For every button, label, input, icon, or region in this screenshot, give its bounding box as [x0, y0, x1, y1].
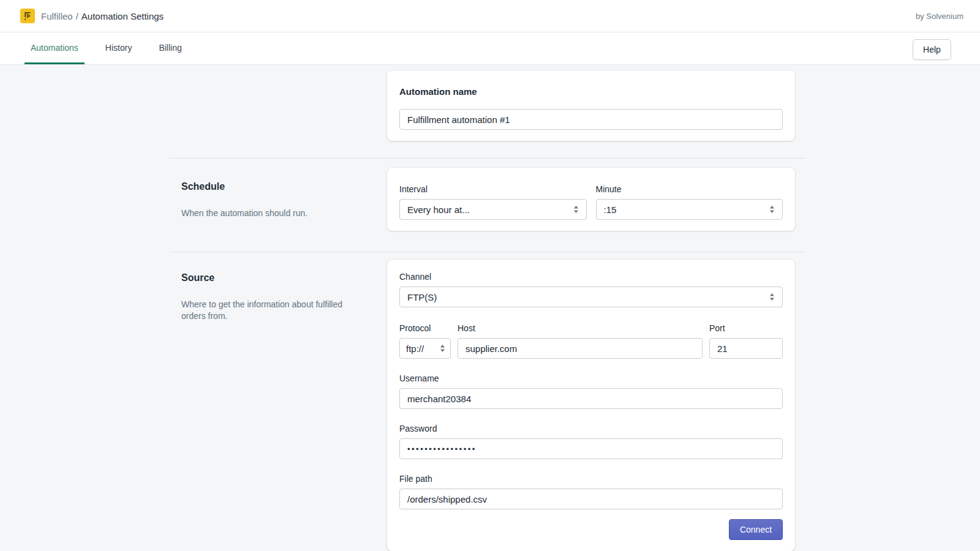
host-input[interactable]: [458, 338, 703, 359]
username-input[interactable]: [399, 388, 783, 409]
vendor-byline: by Solvenium: [916, 12, 963, 21]
protocol-host-port-row: Protocol ftp:// Host Port: [399, 323, 783, 359]
select-stepper-icon: [440, 344, 445, 353]
tab-automations[interactable]: Automations: [24, 32, 85, 64]
minute-select[interactable]: :15: [596, 199, 783, 220]
filepath-label: File path: [399, 474, 783, 484]
protocol-field: Protocol ftp://: [399, 323, 451, 359]
username-field: Username: [399, 373, 783, 409]
tab-history[interactable]: History: [99, 32, 138, 64]
port-input[interactable]: [709, 338, 783, 359]
select-stepper-icon: [573, 205, 579, 214]
automation-settings-page: Fulfilleo / Automation Settings by Solve…: [0, 0, 980, 551]
channel-select[interactable]: FTP(S): [399, 287, 783, 307]
tab-bar: Automations History Billing Help: [0, 32, 980, 65]
section-divider: [170, 158, 805, 159]
schedule-title: Schedule: [181, 181, 365, 192]
automation-name-input[interactable]: [399, 109, 783, 130]
automation-name-card: Automation name: [387, 70, 795, 141]
minute-field: Minute :15: [596, 184, 783, 220]
section-divider: [170, 252, 805, 252]
select-stepper-icon: [769, 293, 775, 301]
host-field: Host: [458, 323, 703, 359]
filepath-input[interactable]: [399, 489, 783, 509]
schedule-section-header: Schedule When the automation should run.: [181, 181, 365, 219]
source-card: Channel FTP(S) Protocol ftp:// Host: [387, 260, 795, 551]
interval-select[interactable]: Every hour at...: [399, 199, 587, 220]
breadcrumb-app-name[interactable]: Fulfilleo: [41, 11, 73, 21]
flag-play-icon: [22, 10, 33, 21]
filepath-field: File path: [399, 474, 783, 509]
source-actions: Connect: [399, 519, 783, 550]
channel-field: Channel FTP(S): [399, 272, 783, 307]
minute-label: Minute: [596, 184, 783, 194]
source-description: Where to get the information about fulfi…: [181, 299, 365, 322]
host-label: Host: [458, 323, 703, 333]
minute-select-value: :15: [604, 204, 617, 215]
interval-label: Interval: [399, 184, 587, 194]
fulfilleo-logo-icon: [20, 9, 35, 23]
automation-name-heading: Automation name: [399, 86, 783, 97]
protocol-label: Protocol: [399, 323, 451, 333]
source-title: Source: [181, 272, 365, 283]
breadcrumb: Fulfilleo / Automation Settings: [41, 11, 164, 21]
app-header: Fulfilleo / Automation Settings by Solve…: [0, 0, 980, 32]
connect-button[interactable]: Connect: [729, 519, 783, 540]
port-field: Port: [709, 323, 783, 359]
channel-select-value: FTP(S): [407, 292, 437, 302]
help-button[interactable]: Help: [913, 39, 951, 60]
page-title: Automation Settings: [81, 11, 164, 21]
interval-select-value: Every hour at...: [407, 204, 470, 215]
port-label: Port: [709, 323, 783, 333]
schedule-card: Interval Every hour at... Minute :15: [387, 168, 795, 231]
password-input[interactable]: [399, 438, 783, 459]
interval-field: Interval Every hour at...: [399, 184, 587, 220]
source-section-header: Source Where to get the information abou…: [181, 272, 365, 322]
schedule-description: When the automation should run.: [181, 208, 365, 219]
breadcrumb-separator: /: [76, 11, 78, 21]
tab-billing[interactable]: Billing: [153, 32, 187, 64]
username-label: Username: [399, 373, 783, 383]
protocol-select[interactable]: ftp://: [399, 338, 451, 359]
protocol-select-value: ftp://: [406, 343, 424, 354]
password-label: Password: [399, 424, 783, 433]
channel-label: Channel: [399, 272, 783, 282]
password-field: Password: [399, 424, 783, 459]
select-stepper-icon: [769, 205, 775, 214]
